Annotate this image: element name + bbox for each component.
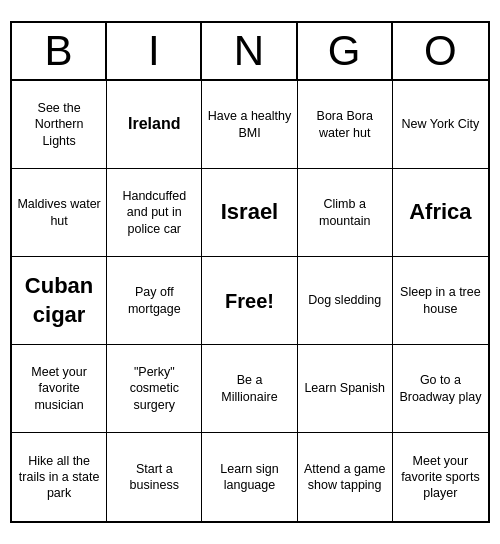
bingo-letter-i: I [107, 23, 202, 79]
bingo-cell-4: New York City [393, 81, 488, 169]
bingo-cell-5: Maldives water hut [12, 169, 107, 257]
bingo-cell-16: "Perky" cosmetic surgery [107, 345, 202, 433]
bingo-cell-3: Bora Bora water hut [298, 81, 393, 169]
bingo-cell-2: Have a healthy BMI [202, 81, 297, 169]
bingo-letter-b: B [12, 23, 107, 79]
bingo-cell-24: Meet your favorite sports player [393, 433, 488, 521]
bingo-cell-11: Pay off mortgage [107, 257, 202, 345]
bingo-cell-10: Cuban cigar [12, 257, 107, 345]
bingo-cell-23: Attend a game show tapping [298, 433, 393, 521]
bingo-cell-9: Africa [393, 169, 488, 257]
bingo-cell-17: Be a Millionaire [202, 345, 297, 433]
bingo-cell-6: Handcuffed and put in police car [107, 169, 202, 257]
bingo-cell-15: Meet your favorite musician [12, 345, 107, 433]
bingo-header: BINGO [12, 23, 488, 81]
bingo-letter-g: G [298, 23, 393, 79]
bingo-cell-13: Dog sledding [298, 257, 393, 345]
bingo-grid: See the Northern LightsIrelandHave a hea… [12, 81, 488, 521]
bingo-letter-o: O [393, 23, 488, 79]
bingo-cell-7: Israel [202, 169, 297, 257]
bingo-cell-14: Sleep in a tree house [393, 257, 488, 345]
bingo-cell-21: Start a business [107, 433, 202, 521]
bingo-cell-19: Go to a Broadway play [393, 345, 488, 433]
bingo-cell-12: Free! [202, 257, 297, 345]
bingo-letter-n: N [202, 23, 297, 79]
bingo-cell-18: Learn Spanish [298, 345, 393, 433]
bingo-cell-20: Hike all the trails in a state park [12, 433, 107, 521]
bingo-card: BINGO See the Northern LightsIrelandHave… [10, 21, 490, 523]
bingo-cell-1: Ireland [107, 81, 202, 169]
bingo-cell-8: Climb a mountain [298, 169, 393, 257]
bingo-cell-22: Learn sign language [202, 433, 297, 521]
bingo-cell-0: See the Northern Lights [12, 81, 107, 169]
